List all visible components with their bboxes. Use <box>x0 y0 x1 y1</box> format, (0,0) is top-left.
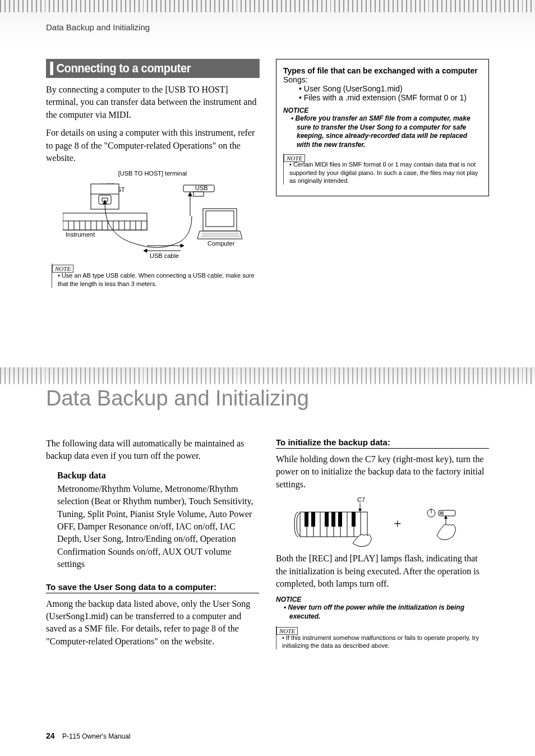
initialize-diagram: C7 + <box>276 496 489 547</box>
svg-rect-7 <box>63 221 147 230</box>
page-footer: 24 P-115 Owner's Manual <box>46 731 131 740</box>
init-body-2: Both the [REC] and [PLAY] lamps flash, i… <box>276 552 489 590</box>
svg-rect-56 <box>331 512 335 527</box>
svg-rect-53 <box>305 512 308 527</box>
backup-data-heading: Backup data <box>57 471 259 481</box>
svg-rect-54 <box>311 512 315 527</box>
svg-rect-63 <box>440 511 444 515</box>
list-item: User Song (UserSong1.mid) <box>299 84 482 93</box>
file-types-box: Types of file that can be exchanged with… <box>276 59 489 196</box>
notice-text-2: • Never turn off the power while the ini… <box>289 603 489 621</box>
chapter-title: Data Backup and Initializing <box>46 386 309 411</box>
save-body: Among the backup data listed above, only… <box>46 598 259 648</box>
notice-label-2: NOTICE <box>276 596 489 603</box>
svg-marker-38 <box>144 249 147 252</box>
notice-label: NOTICE <box>283 107 482 114</box>
svg-text:USB cable: USB cable <box>150 252 179 258</box>
backup-intro: The following data will automatically be… <box>46 437 259 463</box>
init-heading: To initialize the backup data: <box>276 437 489 449</box>
svg-rect-58 <box>352 512 356 527</box>
breadcrumb: Data Backup and Initializing <box>46 22 150 32</box>
list-item: Files with a .mid extension (SMF format … <box>299 93 482 102</box>
note-usb-cable: NOTE • Use an AB type USB cable. When co… <box>52 264 259 288</box>
chapter-heading-area: Data Backup and Initializing <box>0 367 535 423</box>
backup-data-list: Metronome/Rhythm Volume, Metronome/Rhyth… <box>57 483 259 571</box>
save-heading: To save the User Song data to a computer… <box>46 582 259 593</box>
svg-marker-36 <box>181 244 184 247</box>
svg-text:USB: USB <box>195 185 208 191</box>
para-intro-1: By connecting a computer to the [USB TO … <box>46 84 259 121</box>
svg-text:Instrument: Instrument <box>66 231 95 238</box>
svg-rect-55 <box>325 512 329 527</box>
svg-rect-26 <box>193 192 204 196</box>
svg-text:Computer: Computer <box>207 240 235 247</box>
page-number: 24 <box>46 731 55 740</box>
notice-text: • Before you transfer an SMF file from a… <box>297 114 482 149</box>
svg-text:+: + <box>394 516 402 531</box>
svg-marker-28 <box>188 192 192 196</box>
svg-text:C7: C7 <box>357 496 365 503</box>
section-heading-connecting: Connecting to a computer <box>46 59 260 78</box>
usb-connection-diagram: USB TO HOST Instrument <box>46 179 259 258</box>
svg-rect-30 <box>206 211 234 227</box>
diagram-caption: [USB TO HOST] terminal <box>46 170 259 177</box>
svg-marker-42 <box>358 509 362 512</box>
init-body-1: While holding down the C7 key (right-mos… <box>276 453 489 491</box>
svg-rect-57 <box>338 512 342 527</box>
doc-title: P-115 Owner's Manual <box>62 732 131 740</box>
para-intro-2: For details on using a computer with thi… <box>46 127 259 164</box>
